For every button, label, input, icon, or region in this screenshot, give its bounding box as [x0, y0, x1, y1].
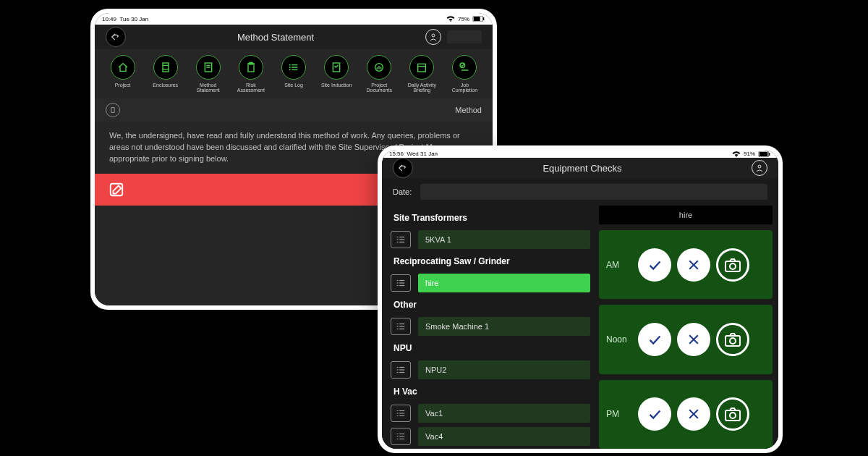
equipment-label-selected: hire	[418, 274, 590, 292]
equipment-row[interactable]: 5KVA 1	[391, 229, 590, 250]
nav-label: Method Statement	[191, 83, 225, 93]
camera-button[interactable]	[716, 248, 749, 282]
slot-label: Noon	[606, 334, 632, 345]
list-icon	[281, 55, 306, 80]
page-title: Method Statement	[237, 32, 314, 43]
equipment-row[interactable]: Vac1	[391, 402, 590, 424]
status-bar: 15:56 Wed 31 Jan 91%	[382, 150, 778, 158]
svg-point-16	[289, 67, 291, 68]
slot-label: AM	[606, 260, 632, 270]
nav-docs[interactable]: Project Documents	[362, 55, 396, 93]
enclosure-icon	[153, 55, 178, 80]
back-button[interactable]	[393, 158, 413, 178]
check-fail-button[interactable]	[677, 397, 710, 431]
status-day: Wed 31 Jan	[407, 151, 438, 157]
panel-header: hire	[599, 206, 773, 224]
nav-risk[interactable]: Risk Assessment	[234, 55, 268, 93]
check-fail-button[interactable]	[677, 248, 710, 282]
list-item-icon	[391, 361, 411, 379]
svg-point-17	[289, 69, 291, 70]
section-title: H Vac	[391, 382, 590, 401]
svg-point-80	[730, 413, 736, 418]
user-icon[interactable]	[752, 160, 767, 176]
clipboard-icon	[239, 55, 263, 80]
equipment-label: NPU2	[418, 360, 590, 379]
check-pass-button[interactable]	[638, 397, 671, 431]
list-item-icon	[391, 428, 411, 445]
doc-circle-icon	[106, 103, 120, 117]
battery-icon	[758, 151, 771, 157]
back-button[interactable]	[106, 27, 126, 47]
svg-rect-27	[111, 108, 114, 113]
equipment-row[interactable]: Smoke Machine 1	[391, 316, 590, 337]
page-title: Equipment Checks	[542, 163, 621, 174]
battery-icon	[472, 16, 485, 22]
status-bar: 10:49 Tue 30 Jan 75%	[95, 13, 493, 25]
nav-label: Project Documents	[362, 83, 396, 93]
nav-label: Daily Activity Briefing	[405, 83, 439, 93]
camera-button[interactable]	[716, 397, 749, 431]
section-title: Other	[391, 295, 590, 314]
nav-label: Enclosures	[153, 83, 178, 88]
slot-noon: Noon	[599, 305, 773, 373]
list-item-icon	[391, 318, 411, 335]
nav-label: Site Induction	[321, 83, 352, 88]
svg-rect-4	[163, 63, 169, 72]
check-pass-button[interactable]	[638, 323, 671, 356]
slot-am: AM	[599, 230, 773, 299]
document-icon	[196, 55, 221, 80]
nav-project[interactable]: Project	[106, 55, 140, 93]
slot-pm: PM	[599, 380, 773, 449]
battery-pct: 91%	[744, 151, 755, 157]
status-time: 10:49	[102, 16, 116, 22]
equipment-list: Site Transformers 5KVA 1 Reciprocating S…	[382, 206, 596, 449]
equipment-label: Smoke Machine 1	[418, 317, 590, 336]
section-title: NPU	[391, 339, 590, 358]
equipment-row[interactable]: hire	[391, 272, 590, 294]
nav-enclosures[interactable]: Enclosures	[148, 55, 182, 93]
section-title: Reciprocating Saw / Grinder	[391, 252, 590, 271]
check-fail-button[interactable]	[677, 323, 710, 356]
nav-daily[interactable]: Daily Activity Briefing	[405, 55, 439, 93]
date-input[interactable]	[420, 184, 767, 200]
chart-icon	[367, 55, 391, 80]
equipment-row[interactable]: NPU2	[391, 359, 590, 381]
svg-rect-2	[483, 17, 484, 20]
nav-label: Risk Assessment	[234, 83, 268, 93]
nav-completion[interactable]: Job Completion	[448, 55, 482, 93]
nav-label: Project	[115, 83, 131, 88]
svg-point-72	[730, 263, 736, 269]
check-panel: hire AM Noon PM	[596, 206, 778, 449]
nav-method[interactable]: Method Statement	[191, 55, 225, 93]
list-item-icon	[391, 274, 411, 292]
user-label	[447, 30, 482, 43]
wifi-icon	[732, 151, 741, 157]
svg-point-76	[730, 338, 736, 344]
nav-row: Project Enclosures Method Statement Risk…	[95, 49, 493, 98]
svg-rect-31	[769, 153, 770, 156]
date-label: Date:	[393, 187, 412, 196]
home-icon	[111, 55, 135, 80]
status-day: Tue 30 Jan	[119, 16, 148, 22]
camera-button[interactable]	[716, 323, 749, 356]
wifi-icon	[446, 16, 455, 22]
nav-label: Job Completion	[448, 83, 482, 93]
subhead-label: Method	[455, 106, 482, 114]
nav-sitelog[interactable]: Site Log	[276, 55, 310, 93]
check-pass-button[interactable]	[638, 248, 671, 282]
svg-point-15	[289, 64, 291, 66]
equipment-label: Vac1	[418, 404, 590, 423]
equipment-label: 5KVA 1	[418, 230, 590, 249]
equipment-row[interactable]: Vac4	[391, 426, 590, 447]
app-header: Equipment Checks	[382, 158, 778, 178]
svg-rect-23	[418, 64, 426, 72]
app-header: Method Statement	[95, 25, 493, 49]
list-item-icon	[391, 231, 411, 248]
battery-pct: 75%	[458, 16, 469, 22]
user-icon[interactable]	[425, 29, 441, 45]
status-time: 15:56	[389, 151, 404, 157]
date-row: Date:	[382, 178, 778, 206]
list-item-icon	[391, 405, 411, 422]
subheader: Method	[95, 98, 493, 122]
nav-induction[interactable]: Site Induction	[320, 55, 354, 93]
